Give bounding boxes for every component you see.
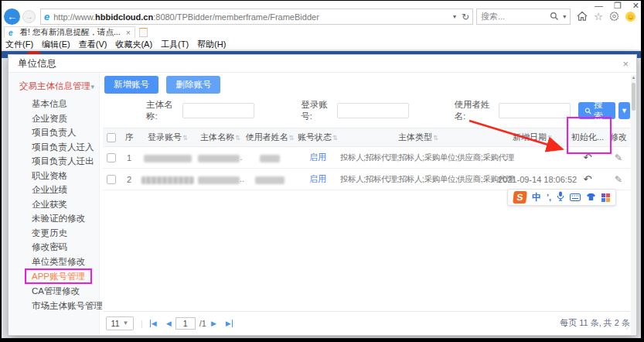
refresh-icon[interactable]: ↻: [462, 12, 469, 22]
redacted-user: [255, 176, 285, 184]
add-account-button[interactable]: 新增账号: [104, 76, 158, 94]
sort-icon[interactable]: ⇅: [433, 134, 438, 142]
address-bar: ← → e http://www.hbbidcloud.cn:8080/TPBi…: [4, 8, 639, 26]
forward-button[interactable]: →: [22, 10, 36, 23]
sidebar-item[interactable]: CA管理修改: [9, 284, 99, 299]
tab-message-alert[interactable]: e 看! 您有新消息提醒，请点... ×: [4, 26, 135, 38]
page-size-select[interactable]: 11▼: [106, 316, 134, 330]
user-name-input[interactable]: [499, 103, 571, 118]
sidebar-item[interactable]: 企业业绩: [9, 183, 99, 197]
sidebar-item[interactable]: 基本信息: [9, 97, 99, 111]
edit-cell: ✎: [607, 147, 630, 169]
account-toolbar: 新增账号 删除账号: [104, 76, 630, 94]
sidebar-active-label: APP账号管理: [25, 268, 92, 284]
url-dropdown-icon[interactable]: ▾: [453, 13, 456, 20]
microphone-icon[interactable]: [557, 190, 564, 204]
last-page-button[interactable]: ▶: [226, 320, 233, 327]
status-enabled-link[interactable]: 启用: [309, 174, 326, 183]
sort-icon[interactable]: ⇅: [332, 134, 338, 142]
table-row: 1.启用投标人;招标代理;招标人;采购单位;供应商;采购代理↶✎: [103, 147, 630, 169]
subject-name-input[interactable]: [182, 103, 254, 118]
sidebar-item[interactable]: 单位类型修改: [9, 255, 99, 269]
name-trail: ..: [240, 174, 244, 183]
redacted-name: [198, 155, 240, 162]
page-number-input[interactable]: 1: [175, 317, 196, 330]
status-enabled-link[interactable]: 启用: [309, 152, 326, 162]
row-checkbox[interactable]: [107, 153, 116, 162]
undo-arrow-icon[interactable]: ↶: [584, 173, 592, 185]
sort-icon[interactable]: ⇅: [182, 134, 188, 142]
main-panel: 新增账号 删除账号 主体名称: 登录账号: 使用者姓名:: [100, 73, 636, 334]
scroll-up-icon[interactable]: ▲: [631, 75, 636, 80]
menu-item-2[interactable]: 查看(V): [79, 39, 107, 50]
menu-item-1[interactable]: 编辑(E): [42, 39, 70, 50]
seq-cell: 2: [120, 169, 138, 190]
dialog-scrollbar[interactable]: ▲: [631, 75, 636, 334]
home-icon[interactable]: [577, 11, 588, 23]
sidebar-item[interactable]: 职业资格: [9, 169, 99, 183]
browser-search-box[interactable]: 搜索... ▾: [476, 9, 571, 25]
new-tab-button[interactable]: [139, 28, 148, 37]
sogou-logo[interactable]: S: [513, 191, 527, 203]
sidebar-item[interactable]: 项目负责人迁入: [9, 140, 99, 155]
favorites-star-icon[interactable]: ☆: [594, 11, 603, 22]
sidebar-item[interactable]: 企业资质: [9, 111, 99, 126]
back-button[interactable]: ←: [4, 9, 20, 25]
menu-item-0[interactable]: 文件(F): [5, 39, 33, 50]
search-magnifier-icon[interactable]: [550, 12, 559, 22]
search-button[interactable]: 搜索: [578, 102, 615, 119]
sort-icon[interactable]: ⇅: [235, 134, 240, 142]
scrollbar-thumb[interactable]: [632, 83, 635, 111]
url-field[interactable]: e http://www.hbbidcloud.cn:8080/TPBidder…: [40, 9, 473, 25]
url-text: http://www.hbbidcloud.cn:8080/TPBidder/m…: [53, 12, 319, 22]
undo-arrow-icon[interactable]: ↶: [584, 152, 592, 163]
menu-item-4[interactable]: 工具(T): [161, 39, 189, 50]
search-dropdown-icon[interactable]: ▾: [563, 13, 566, 20]
sidebar-item[interactable]: 企业获奖: [9, 197, 99, 212]
sidebar-item[interactable]: 项目负责人迁出: [9, 154, 99, 169]
sidebar-item-active[interactable]: APP账号管理: [9, 268, 99, 284]
column-header: 初始化...: [568, 128, 607, 147]
first-page-button[interactable]: ◀: [150, 320, 157, 327]
pencil-icon[interactable]: ✎: [615, 174, 622, 185]
menu-item-3[interactable]: 收藏夹(A): [115, 39, 152, 50]
sidebar-item[interactable]: 变更历史: [9, 226, 99, 241]
tab-close-icon[interactable]: ×: [126, 28, 131, 37]
menu-item-5[interactable]: 帮助(H): [197, 39, 226, 50]
next-page-button[interactable]: ▶: [211, 320, 216, 327]
dialog-close-icon[interactable]: ×: [622, 58, 629, 70]
sidebar-item[interactable]: 项目负责人: [9, 125, 99, 140]
ie-favicon: e: [44, 11, 49, 22]
tab-bar: e 看! 您有新消息提醒，请点... ×: [4, 26, 639, 38]
row-select-cell: [103, 169, 120, 190]
type-cell: 投标人;招标代理;招标人;采购单位;供应商;采购代理: [339, 147, 497, 169]
browser-window: — ❐ ✕ ← → e http://www.hbbidcloud.cn:808…: [2, 1, 641, 338]
pencil-icon[interactable]: ✎: [615, 152, 622, 163]
sidebar-item[interactable]: 市场主体账号管理: [9, 299, 99, 313]
tab-title: 看! 您有新消息提醒，请点...: [20, 27, 121, 38]
sidebar-item[interactable]: 修改密码: [9, 240, 99, 255]
sidebar-group-header[interactable]: 交易主体信息管理 ▾: [9, 77, 99, 97]
select-all-checkbox[interactable]: [107, 133, 116, 142]
feedback-smiley-icon[interactable]: ☺: [625, 12, 635, 22]
user-cell: [244, 147, 296, 169]
status-cell: 启用: [296, 147, 339, 169]
settings-gear-icon[interactable]: [609, 11, 619, 23]
delete-account-button[interactable]: 删除账号: [166, 76, 220, 94]
accounts-table: 序登录账号⇅主体名称⇅使用者姓名⇅账号状态⇅主体类型⇅新增日期⇅初始化...修改…: [103, 128, 630, 190]
row-checkbox[interactable]: [107, 175, 116, 184]
sort-icon[interactable]: ⇅: [547, 134, 553, 142]
prev-page-button[interactable]: ◀: [166, 320, 172, 327]
column-header-label: 账号状态: [298, 132, 332, 142]
toolbox-icon[interactable]: [601, 193, 610, 202]
keyboard-icon[interactable]: [570, 190, 581, 204]
sidebar-item[interactable]: 未验证的修改: [9, 211, 99, 226]
column-header-label: 主体类型: [398, 132, 432, 142]
chinese-mode-icon[interactable]: 中: [532, 191, 541, 204]
sogou-ime-toolbar[interactable]: S中’,: [507, 189, 616, 206]
login-account-input[interactable]: [337, 103, 409, 118]
sort-icon[interactable]: ⇅: [288, 134, 294, 142]
punctuation-icon[interactable]: ’,: [547, 193, 551, 202]
skin-icon[interactable]: [586, 190, 596, 204]
search-options-chevron-button[interactable]: ▼: [618, 102, 630, 119]
